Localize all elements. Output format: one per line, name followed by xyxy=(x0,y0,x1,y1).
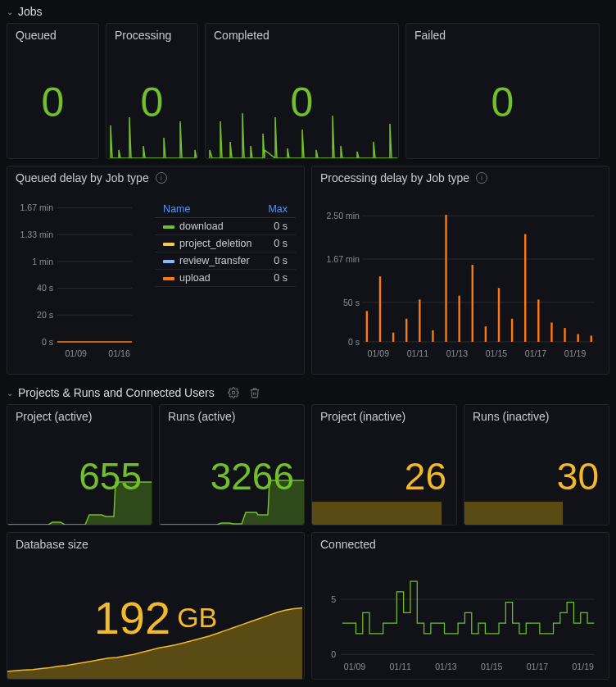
svg-rect-29 xyxy=(445,215,446,342)
panel-failed[interactable]: Failed 0 xyxy=(405,23,600,159)
svg-rect-25 xyxy=(392,333,394,342)
svg-text:5: 5 xyxy=(331,594,336,604)
svg-rect-34 xyxy=(511,319,513,342)
chart-connected: 5 0 01/09 01/11 01/13 01/15 01/17 01/19 xyxy=(312,556,609,680)
svg-text:01/11: 01/11 xyxy=(407,348,429,358)
svg-rect-24 xyxy=(379,276,381,342)
svg-text:01/13: 01/13 xyxy=(446,348,469,358)
bottom-row: Database size 192GB Connected 5 0 01/09 … xyxy=(0,532,616,686)
delay-row: Queued delay by Job type i 1.67 min 1.33… xyxy=(0,166,616,381)
stat-value: 0 xyxy=(206,47,398,158)
svg-rect-36 xyxy=(537,299,539,342)
panel-title-text: Processing delay by Job type xyxy=(320,171,469,184)
svg-rect-23 xyxy=(366,311,368,342)
section-title: Jobs xyxy=(18,5,43,18)
stat-value: 0 xyxy=(7,47,98,158)
legend-table: Name Max download0 sproject_deletion0 sr… xyxy=(155,201,296,287)
legend-row[interactable]: review_transfer0 s xyxy=(155,253,296,270)
panel-connected[interactable]: Connected 5 0 01/09 01/11 01/13 01/15 01… xyxy=(311,532,609,680)
trash-icon[interactable] xyxy=(249,387,260,398)
svg-rect-32 xyxy=(485,326,487,342)
panel-title: Completed xyxy=(206,24,398,47)
chevron-down-icon: ⌄ xyxy=(7,389,13,398)
section-header-jobs[interactable]: ⌄ Jobs xyxy=(0,0,616,23)
svg-text:01/09: 01/09 xyxy=(368,348,390,358)
stat-value: 0 xyxy=(406,47,599,158)
svg-text:01/17: 01/17 xyxy=(527,662,549,671)
svg-text:1 min: 1 min xyxy=(32,257,53,266)
svg-text:01/16: 01/16 xyxy=(108,348,130,358)
panel-database-size[interactable]: Database size 192GB xyxy=(7,532,305,680)
svg-text:01/09: 01/09 xyxy=(344,662,366,671)
svg-text:01/19: 01/19 xyxy=(564,348,587,358)
svg-rect-26 xyxy=(405,319,407,342)
svg-point-47 xyxy=(232,391,235,394)
chart-queued-delay: 1.67 min 1.33 min 1 min 40 s 20 s 0 s 01… xyxy=(7,189,304,374)
svg-rect-37 xyxy=(550,322,552,341)
panel-runs-active[interactable]: Runs (active) 3266 xyxy=(159,404,305,525)
stats-row: Project (active) 655 Runs (active) 3266 … xyxy=(0,404,616,532)
svg-text:01/15: 01/15 xyxy=(486,348,508,358)
panel-title: Queued xyxy=(7,24,98,47)
svg-rect-30 xyxy=(458,296,460,342)
svg-text:2.50 min: 2.50 min xyxy=(326,211,360,221)
panel-project-active[interactable]: Project (active) 655 xyxy=(7,404,152,525)
svg-text:01/19: 01/19 xyxy=(572,662,594,671)
panel-runs-inactive[interactable]: Runs (inactive) 30 xyxy=(464,404,609,525)
legend-row[interactable]: project_deletion0 s xyxy=(155,235,296,253)
stat-value: 26 xyxy=(312,428,456,525)
svg-text:01/15: 01/15 xyxy=(481,662,503,671)
panel-title: Connected xyxy=(312,533,609,556)
panel-processing-delay[interactable]: Processing delay by Job type i 2.50 min … xyxy=(311,166,609,375)
stat-value: 655 xyxy=(7,428,152,525)
svg-rect-35 xyxy=(524,234,526,342)
panel-title-text: Queued delay by Job type xyxy=(16,171,149,184)
section-title: Projects & Runs and Connected Users xyxy=(18,386,215,399)
svg-rect-38 xyxy=(564,328,565,342)
svg-rect-27 xyxy=(419,299,420,342)
svg-rect-40 xyxy=(591,335,592,342)
panel-processing[interactable]: Processing 0 xyxy=(106,23,198,159)
panel-title: Runs (active) xyxy=(160,405,304,428)
legend-row[interactable]: upload0 s xyxy=(155,270,296,287)
svg-text:01/13: 01/13 xyxy=(435,662,457,671)
section-header-projects[interactable]: ⌄ Projects & Runs and Connected Users xyxy=(0,381,616,404)
panel-completed[interactable]: Completed 0 xyxy=(205,23,399,159)
chart-processing-delay: 2.50 min 1.67 min 50 s 0 s 01/09 01/11 0… xyxy=(312,189,609,374)
stat-value: 3266 xyxy=(160,428,304,525)
stat-value: 192GB xyxy=(7,556,304,679)
panel-project-inactive[interactable]: Project (inactive) 26 xyxy=(311,404,457,525)
svg-rect-28 xyxy=(432,330,433,342)
svg-text:40 s: 40 s xyxy=(37,283,53,293)
stat-value: 0 xyxy=(106,47,197,158)
svg-text:01/17: 01/17 xyxy=(525,348,547,358)
svg-text:0: 0 xyxy=(331,649,336,659)
legend-header-max: Max xyxy=(260,201,296,218)
svg-text:0 s: 0 s xyxy=(42,337,53,347)
info-icon[interactable]: i xyxy=(476,172,487,184)
svg-rect-31 xyxy=(472,265,473,342)
svg-text:1.67 min: 1.67 min xyxy=(20,202,54,212)
panel-title: Runs (inactive) xyxy=(464,405,609,428)
gear-icon[interactable] xyxy=(228,387,239,398)
svg-rect-39 xyxy=(577,334,578,342)
panel-title: Project (active) xyxy=(7,405,152,428)
svg-text:0 s: 0 s xyxy=(348,337,360,347)
svg-rect-33 xyxy=(498,288,500,342)
panel-queued[interactable]: Queued 0 xyxy=(7,23,99,159)
panel-title: Database size xyxy=(7,533,304,556)
panel-title: Failed xyxy=(406,24,599,47)
info-icon[interactable]: i xyxy=(156,172,167,184)
svg-text:20 s: 20 s xyxy=(37,310,53,320)
svg-text:1.67 min: 1.67 min xyxy=(326,254,360,264)
panel-title: Project (inactive) xyxy=(312,405,456,428)
legend-header-name: Name xyxy=(155,201,260,218)
svg-text:01/09: 01/09 xyxy=(65,348,87,358)
svg-text:1.33 min: 1.33 min xyxy=(20,230,54,239)
legend-row[interactable]: download0 s xyxy=(155,218,296,235)
panel-title: Processing xyxy=(106,24,197,47)
chevron-down-icon: ⌄ xyxy=(7,7,13,16)
svg-text:01/11: 01/11 xyxy=(390,662,412,671)
svg-text:50 s: 50 s xyxy=(343,298,360,307)
panel-queued-delay[interactable]: Queued delay by Job type i 1.67 min 1.33… xyxy=(7,166,305,375)
